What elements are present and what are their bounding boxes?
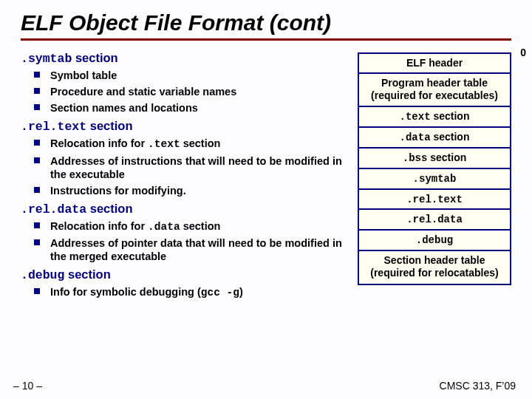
section-head-mono: .symtab (21, 52, 72, 66)
bullet-text: Addresses of instructions that will need… (50, 155, 342, 180)
page-title: ELF Object File Format (cont) (21, 10, 511, 35)
bullet-mono: .data (148, 221, 180, 233)
table-row: .bss section (359, 149, 510, 169)
title-rule (21, 38, 511, 41)
table-row: .rel.text (359, 190, 510, 211)
list-item: Symbol table (30, 69, 352, 82)
elf-layout-table: ELF header Program header table(required… (358, 52, 511, 285)
bullet-list: Info for symbolic debugging (gcc -g) (21, 285, 352, 299)
bullet-post: section (180, 137, 221, 149)
table-row: Program header table(required for execut… (359, 74, 510, 108)
list-item: Procedure and static variable names (30, 85, 352, 98)
section-head-reltext: .rel.text section (21, 119, 352, 134)
section-head-rest: section (72, 51, 117, 64)
table-row: .symtab (359, 169, 510, 190)
table-row: .debug (359, 231, 510, 251)
table-row: .rel.data (359, 210, 510, 231)
table-row: ELF header (359, 54, 510, 74)
cell-line2: (required for executables) (371, 89, 498, 101)
cell-line1: Section header table (384, 254, 485, 266)
cell-mono: .symtab (413, 173, 457, 185)
bullet-text: Section names and locations (50, 102, 198, 114)
bullet-pre: Relocation info for (50, 137, 148, 149)
bullet-text: Instructions for modifying. (50, 185, 186, 197)
bullet-pre: Relocation info for (50, 220, 148, 232)
cell-post: section (431, 110, 470, 122)
cell-mono: .rel.data (406, 214, 463, 225)
bullet-list: Relocation info for .data section Addres… (21, 219, 352, 263)
list-item: Instructions for modifying. (30, 184, 352, 197)
bullet-list: Relocation info for .text section Addres… (21, 137, 352, 197)
bullet-mono: .text (148, 138, 180, 150)
list-item: Info for symbolic debugging (gcc -g) (30, 285, 352, 299)
cell-text: ELF header (406, 57, 463, 69)
right-column: 0 ELF header Program header table(requir… (358, 48, 511, 304)
section-head-symtab: .symtab section (21, 51, 352, 66)
section-head-rest: section (64, 267, 110, 281)
section-head-mono: .debug (21, 268, 64, 282)
section-head-rest: section (86, 119, 132, 132)
slide: ELF Object File Format (cont) .symtab se… (0, 0, 532, 304)
list-item: Relocation info for .data section (30, 219, 352, 233)
bullet-post: ) (239, 286, 243, 298)
section-head-mono: .rel.data (21, 202, 86, 216)
cell-mono: .text (400, 111, 431, 123)
cell-mono: .debug (416, 234, 453, 246)
cell-mono: .data (400, 132, 431, 143)
bullet-text: Symbol table (50, 69, 117, 81)
course-footer: CMSC 313, F’09 (440, 380, 516, 392)
bullet-mono: gcc -g (201, 287, 239, 299)
section-head-mono: .rel.text (21, 120, 86, 134)
section-head-debug: .debug section (21, 267, 352, 282)
bullet-text: Addresses of pointer data that will need… (50, 237, 342, 262)
list-item: Relocation info for .text section (30, 137, 352, 151)
cell-line1: Program header table (381, 77, 488, 89)
slide-number: – 10 – (13, 380, 42, 392)
table-row: .text section (359, 107, 510, 128)
left-column: .symtab section Symbol table Procedure a… (21, 48, 358, 304)
cell-post: section (427, 151, 466, 163)
bullet-text: Procedure and static variable names (50, 86, 236, 98)
section-head-reldata: .rel.data section (21, 202, 352, 216)
cell-mono: .bss (403, 152, 428, 164)
list-item: Addresses of instructions that will need… (30, 154, 352, 181)
content-row: .symtab section Symbol table Procedure a… (21, 48, 511, 304)
bullet-post: section (180, 220, 221, 232)
bullet-pre: Info for symbolic debugging ( (50, 286, 201, 298)
cell-post: section (431, 131, 470, 143)
list-item: Addresses of pointer data that will need… (30, 236, 352, 263)
bullet-list: Symbol table Procedure and static variab… (21, 69, 352, 115)
cell-line2: (required for relocatables) (370, 267, 499, 279)
offset-zero-label: 0 (520, 47, 526, 58)
table-row: .data section (359, 128, 510, 149)
list-item: Section names and locations (30, 101, 352, 115)
table-row: Section header table(required for reloca… (359, 251, 510, 284)
section-head-rest: section (86, 202, 132, 215)
cell-mono: .rel.text (406, 194, 463, 205)
